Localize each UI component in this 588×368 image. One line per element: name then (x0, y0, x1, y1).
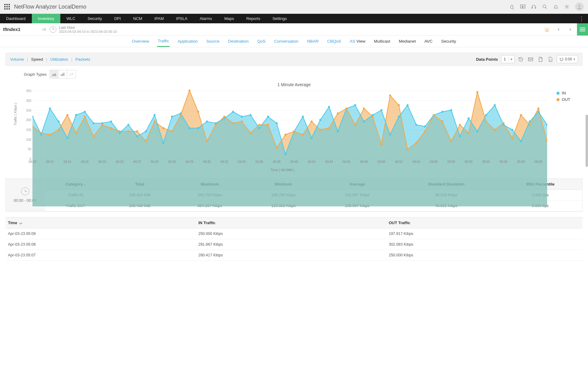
nav-reports[interactable]: Reports (240, 14, 266, 23)
nav-wlc[interactable]: WLC (60, 14, 81, 23)
svg-point-12 (71, 74, 71, 74)
clock-icon[interactable] (50, 26, 56, 33)
nav-maps[interactable]: Maps (218, 14, 240, 23)
svg-point-52 (354, 104, 356, 106)
svg-point-110 (337, 112, 339, 114)
svg-point-118 (406, 148, 409, 151)
svg-point-53 (363, 121, 365, 123)
legend-in[interactable]: IN (556, 91, 570, 95)
svg-point-120 (424, 130, 426, 132)
email-icon[interactable] (527, 56, 534, 63)
svg-point-26 (127, 124, 130, 126)
svg-point-66 (476, 130, 478, 132)
nav-overflow-icon[interactable]: ⋮ (575, 14, 588, 23)
nav-dpi[interactable]: DPI (108, 14, 127, 23)
svg-point-76 (40, 132, 42, 134)
legend-out[interactable]: OUT (556, 97, 570, 102)
tab-avc: AVC (424, 36, 433, 47)
nav-security[interactable]: Security (81, 14, 108, 23)
svg-point-107 (311, 121, 313, 123)
tab-nbar[interactable]: NBAR (307, 36, 319, 47)
side-menu-button[interactable] (577, 23, 588, 36)
svg-point-14 (73, 73, 73, 74)
tab-medianet: Medianet (398, 36, 417, 47)
tab-source[interactable]: Source (206, 36, 220, 47)
chart-title: 1 Minute Average (18, 82, 570, 87)
svg-rect-8 (61, 74, 62, 76)
table-row: Apr-03-23 05:09250.000 Kibps197.917 Kibp… (6, 228, 582, 239)
svg-point-35 (206, 121, 208, 123)
tab-conversation[interactable]: Conversation (273, 36, 299, 47)
tab-traffic[interactable]: Traffic (157, 36, 170, 47)
nav-ipam[interactable]: IPAM (148, 14, 170, 23)
metric-speed[interactable]: Speed (31, 57, 43, 62)
tab-cbqos[interactable]: CBQoS (326, 36, 342, 47)
col-in traffic[interactable]: IN Traffic (196, 217, 386, 228)
graph-types-label: Graph Types (24, 72, 47, 77)
metric-utilization[interactable]: Utilization (50, 57, 68, 62)
nav-alarms[interactable]: Alarms (194, 14, 218, 23)
next-icon[interactable] (565, 25, 575, 34)
area-chart-icon[interactable] (50, 70, 58, 78)
svg-point-87 (136, 130, 138, 132)
svg-point-29 (153, 114, 156, 116)
nav-ncm[interactable]: NCM (127, 14, 149, 23)
col-time[interactable]: Time ▴▾ (6, 217, 196, 228)
headset-icon[interactable] (531, 4, 537, 10)
csv-icon[interactable]: CSV (547, 56, 554, 63)
data-points-select[interactable]: 1▾ (501, 55, 514, 63)
svg-rect-1 (532, 7, 533, 8)
bell-icon[interactable] (553, 4, 559, 10)
alarm-bell-icon[interactable] (542, 25, 552, 34)
auto-refresh-button[interactable]: 0:00▾ (557, 55, 578, 63)
tab-application[interactable]: Application (177, 36, 198, 47)
svg-point-104 (285, 134, 287, 136)
svg-point-68 (494, 104, 496, 106)
app-title: NetFlow Analyzer LocalDemo (14, 4, 86, 10)
nav-ipsla[interactable]: IPSLA (170, 14, 194, 23)
rocket-icon[interactable] (509, 4, 514, 10)
tab-overview[interactable]: Overview (131, 36, 150, 47)
subheader: IfIndex1 >S Last Hour 2023-04-03 04:10 t… (0, 23, 588, 36)
svg-point-24 (110, 121, 112, 123)
svg-point-96 (215, 124, 217, 126)
apps-grid-icon[interactable] (4, 4, 10, 10)
history-icon[interactable] (518, 56, 524, 63)
avatar[interactable] (575, 2, 584, 11)
svg-point-112 (354, 124, 356, 126)
svg-point-21 (84, 111, 86, 113)
svg-point-28 (145, 130, 147, 132)
chart-area: Traffic ( Kibps ) 050100150200250300350 … (18, 89, 547, 172)
search-icon[interactable] (542, 4, 548, 10)
metric-volume[interactable]: Volume (10, 57, 24, 62)
tab-qos[interactable]: QoS (257, 36, 266, 47)
metric-packets[interactable]: Packets (75, 57, 90, 62)
svg-point-103 (276, 147, 278, 149)
tab-as[interactable]: AS View (349, 36, 366, 47)
nav-inventory[interactable]: Inventory (32, 14, 60, 23)
svg-point-130 (511, 137, 513, 139)
svg-point-125 (468, 132, 470, 134)
svg-point-91 (171, 130, 173, 132)
bar-chart-icon[interactable] (58, 70, 67, 78)
nav-dashboard[interactable]: Dashboard (0, 14, 32, 23)
topbar: NetFlow Analyzer LocalDemo (0, 0, 588, 14)
y-axis-label: Traffic ( Kibps ) (13, 103, 17, 125)
nav-settings[interactable]: Settings (266, 14, 293, 23)
svg-point-44 (285, 153, 287, 155)
presentation-icon[interactable] (520, 4, 526, 10)
tab-destination[interactable]: Destination (228, 36, 250, 47)
svg-point-18 (58, 121, 60, 123)
prev-icon[interactable] (554, 25, 564, 34)
svg-point-98 (232, 122, 234, 124)
svg-point-102 (267, 124, 269, 126)
gear-icon[interactable] (564, 4, 570, 10)
svg-point-57 (398, 116, 400, 118)
svg-point-99 (241, 121, 243, 123)
scrollbar-thumb[interactable] (586, 115, 588, 167)
scatter-chart-icon[interactable] (67, 70, 76, 78)
pdf-icon[interactable] (537, 56, 544, 63)
svg-point-63 (450, 109, 452, 111)
svg-point-126 (476, 91, 478, 93)
col-out traffic[interactable]: OUT Traffic (386, 217, 582, 228)
